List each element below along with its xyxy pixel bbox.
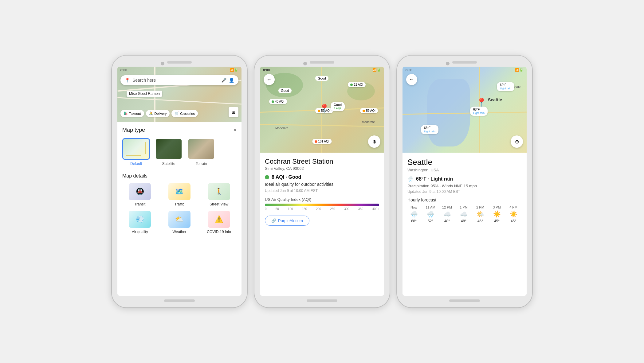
search-bar[interactable]: 📍 Search here 🎤 👤 xyxy=(120,75,238,85)
aqi-value-40: 40 AQI xyxy=(275,100,285,103)
location-pin-3: 📍 xyxy=(476,97,487,107)
scale-300: 300 xyxy=(344,207,349,211)
phone-3-screen: Seattle Bellevue 8:00 📶🔋 ← 62°FLight rai… xyxy=(402,67,527,296)
scale-350: 350 xyxy=(358,207,363,211)
map-type-default[interactable]: Default xyxy=(122,138,150,166)
back-button-3[interactable]: ← xyxy=(406,74,417,85)
purple-air-label: PurpleAir.com xyxy=(278,218,303,223)
hourly-temp-11am: 52° xyxy=(428,219,433,223)
detail-weather[interactable]: ⛅ Weather xyxy=(162,211,197,234)
hourly-item-4pm: 4 PM ☀️ 45° xyxy=(507,205,520,223)
aqi-badge-59-r: 59 AQI xyxy=(360,108,378,113)
takeout-label: Takeout xyxy=(129,112,141,115)
phone-home-button-1[interactable] xyxy=(164,299,195,302)
weather-badge-62: 62°FLight rain xyxy=(497,82,514,91)
airquality-icon-bg: 💨 xyxy=(129,211,151,228)
aqi-index-label: US Air Quality Index (AQI) xyxy=(265,197,379,202)
layers-button[interactable]: ⊞ xyxy=(229,107,238,117)
phone-home-button-2[interactable] xyxy=(307,299,337,302)
hourly-temp-now: 68° xyxy=(411,219,417,223)
weather-map-bg: Seattle Bellevue xyxy=(402,67,527,153)
delivery-icon: 🚴 xyxy=(149,111,153,115)
satellite-thumb xyxy=(155,138,183,160)
aqi-updated-time: Updated Jun 9 at 10:00 AM EST xyxy=(265,189,379,193)
aqi-map: 8:00 📶🔋 ← 21 AQI 40 AQI 59 AQI xyxy=(260,67,384,153)
panel-header: Map type × xyxy=(122,127,237,133)
hourly-item-now: Now 🌧️ 68° xyxy=(407,205,420,223)
aqi-badge-101: 101 AQI xyxy=(312,139,332,144)
default-thumb-bg xyxy=(123,139,149,159)
map-type-grid: Default Satellite Terrain xyxy=(122,138,237,166)
detail-airquality[interactable]: 💨 Air quality xyxy=(122,211,158,234)
weather-temp-label: 68°F · Light rain xyxy=(416,176,453,182)
detail-transit[interactable]: 🚇 Transit xyxy=(122,183,158,206)
close-button[interactable]: × xyxy=(233,127,237,133)
detail-covid[interactable]: ⚠️ COVID-19 Info xyxy=(201,211,237,234)
phone-1-screen: 8:00 📶🔋 📍 Search here 🎤 👤 Miso Good Rame… xyxy=(117,67,242,296)
aqi-green-circle xyxy=(265,175,269,179)
takeout-icon: 🛍️ xyxy=(124,111,128,115)
weather-info-panel: Seattle Washington, USA 🌧️ 68°F · Light … xyxy=(402,153,527,296)
delivery-label: Delivery xyxy=(155,112,167,115)
scale-100: 100 xyxy=(288,207,293,211)
aqi-scale: 0 50 100 150 200 250 300 350 400+ xyxy=(265,207,379,211)
delivery-chip[interactable]: 🚴 Delivery xyxy=(146,110,170,117)
phone-speaker-top xyxy=(167,61,192,64)
groceries-chip[interactable]: 🛒 Groceries xyxy=(171,110,198,117)
phones-container: 8:00 📶🔋 📍 Search here 🎤 👤 Miso Good Rame… xyxy=(112,56,532,307)
scale-0: 0 xyxy=(265,207,267,211)
hourly-forecast-label: Hourly forecast xyxy=(407,197,522,202)
aqi-badge-40: 40 AQI xyxy=(269,99,287,104)
map-type-panel: Map type × Default xyxy=(117,122,242,296)
aqi-badge-21: 21 AQI xyxy=(348,82,366,87)
hourly-time-2pm: 2 PM xyxy=(476,205,484,209)
location-button-2[interactable]: ⊕ xyxy=(368,135,380,148)
traffic-label: Traffic xyxy=(175,202,185,206)
weather-badge-68: 68°FLight rain xyxy=(470,107,488,116)
weather-precipitation: Precipitation 95% · Winds NNE 15 mph xyxy=(407,184,522,188)
phone-2-camera xyxy=(303,62,307,65)
transit-icon: 🚇 xyxy=(136,188,144,196)
scale-400: 400+ xyxy=(372,207,379,211)
search-placeholder: Search here xyxy=(132,78,156,83)
takeout-chip[interactable]: 🛍️ Takeout xyxy=(120,110,144,117)
hourly-time-4pm: 4 PM xyxy=(509,205,517,209)
aqi-dot-1 xyxy=(350,84,353,86)
aqi-value-21: 21 AQI xyxy=(354,83,363,86)
purple-air-button[interactable]: 🔗 PurpleAir.com xyxy=(265,216,309,226)
satellite-thumb-bg xyxy=(156,139,182,159)
traffic-icon: 🗺️ xyxy=(175,188,183,196)
hourly-time-1pm: 1 PM xyxy=(460,205,468,209)
moderate-label-2: Moderate xyxy=(362,120,375,124)
airquality-label: Air quality xyxy=(132,230,148,234)
scale-200: 200 xyxy=(316,207,321,211)
terrain-thumb xyxy=(187,138,215,160)
details-section-title: Map details xyxy=(122,173,237,179)
good-bubble: Good8 AQI xyxy=(331,102,345,111)
aqi-dot-5 xyxy=(315,140,317,143)
streetview-label: Street View xyxy=(210,202,228,206)
back-button-2[interactable]: ← xyxy=(264,74,275,85)
city-region: Washington, USA xyxy=(407,168,522,172)
map-type-terrain[interactable]: Terrain xyxy=(187,138,215,166)
map-type-satellite[interactable]: Satellite xyxy=(155,138,183,166)
hourly-item-1pm: 1 PM ☁️ 48° xyxy=(457,205,470,223)
scale-50: 50 xyxy=(276,207,279,211)
hourly-temp-12pm: 48° xyxy=(444,219,450,223)
groceries-icon: 🛒 xyxy=(175,111,179,115)
detail-traffic[interactable]: 🗺️ Traffic xyxy=(162,183,197,206)
location-button-3[interactable]: ⊕ xyxy=(511,135,523,148)
hourly-time-12pm: 12 PM xyxy=(442,205,452,209)
phone-2: 8:00 📶🔋 ← 21 AQI 40 AQI 59 AQI xyxy=(254,56,390,307)
hourly-temp-3pm: 45° xyxy=(494,219,500,223)
detail-streetview[interactable]: 🚶 Street View xyxy=(201,183,237,206)
phone-home-button-3[interactable] xyxy=(449,299,480,302)
phone-speaker-2 xyxy=(310,61,334,64)
covid-label: COVID-19 Info xyxy=(207,230,231,234)
terrain-thumb-bg xyxy=(188,139,214,159)
hourly-temp-1pm: 48° xyxy=(461,219,466,223)
location-pin-2: 📍 xyxy=(319,103,330,114)
phone-speaker-3 xyxy=(452,61,477,64)
aqi-reading-value: 8 AQI · Good xyxy=(272,174,301,180)
hourly-icon-4pm: ☀️ xyxy=(510,210,517,218)
